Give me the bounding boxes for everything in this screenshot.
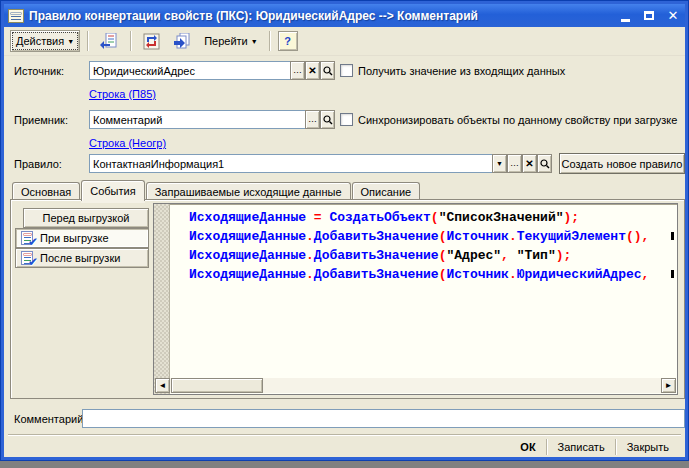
target-input[interactable] [89,110,306,129]
goto-ref-button[interactable] [168,30,196,52]
comment-input[interactable] [82,409,685,428]
window-title: Правило конвертации свойств (ПКС): Юриди… [29,9,612,23]
event-button-2[interactable]: ✔После выгрузки [15,248,149,268]
window-document-icon [8,9,24,23]
minimize-icon [621,19,630,22]
screen: Правило конвертации свойств (ПКС): Юриди… [0,0,689,468]
chevron-down-icon: ▼ [251,38,258,45]
target-open-button[interactable] [320,110,335,129]
rule-clear-button[interactable]: ✕ [522,154,537,173]
help-button[interactable]: ? [278,31,298,51]
event-button-0[interactable]: Перед выгрузкой [23,208,149,228]
target-choose-button[interactable]: … [305,110,320,129]
event-button-label: Перед выгрузкой [43,212,130,224]
tab-1[interactable]: События [81,180,144,201]
source-open-button[interactable] [320,61,335,80]
scroll-left-button[interactable]: ◄ [155,378,170,393]
goto-pages-icon [172,33,192,50]
source-clear-button[interactable]: ✕ [305,61,320,80]
target-label: Приемник: [14,114,68,126]
dialog-body: Действия ▼ [4,27,685,457]
tab-2[interactable]: Запрашиваемые исходящие данные [146,182,351,200]
tab-strip: ОсновнаяСобытияЗапрашиваемые исходящие д… [12,179,421,199]
event-button-1[interactable]: ✔При выгрузке [15,228,149,248]
chevron-down-icon: ▼ [67,38,74,45]
magnifier-icon [323,115,333,125]
line-continuation-mark [671,232,674,240]
rule-input[interactable] [89,154,493,173]
footer-separator [8,434,681,436]
dialog-window: Правило конвертации свойств (ПКС): Юриди… [0,0,689,461]
line-continuation-mark [671,270,674,278]
code-line-3: ИсходящиеДанные.ДобавитьЗначение(Источни… [171,265,675,284]
toolbar-separator [269,31,271,51]
comment-label: Комментарий: [14,413,86,425]
rule-dropdown-button[interactable]: ▼ [492,154,507,173]
tab-page-events: Перед выгрузкой✔При выгрузке✔После выгру… [10,199,685,399]
source-type-link[interactable]: Строка (П85) [89,88,156,100]
event-code-icon: ✔ [21,251,36,266]
footer-button-bar: ОКЗаписатьЗакрыть [510,438,679,456]
reread-button[interactable] [96,30,123,52]
source-choose-button[interactable]: … [290,61,305,80]
source-label: Источник: [14,65,64,77]
rule-label: Правило: [14,158,62,170]
actions-menu-button[interactable]: Действия ▼ [10,30,80,52]
code-text: ИсходящиеДанные = СоздатьОбъект("СписокЗ… [171,208,675,376]
rule-open-button[interactable] [537,154,552,173]
toolbar-separator [87,31,89,51]
code-line-1: ИсходящиеДанные.ДобавитьЗначение(Источни… [171,227,675,246]
chevron-down-icon: ▼ [496,160,503,167]
refresh-icon [143,33,160,50]
scrollbar-thumb[interactable] [171,378,263,393]
toolbar: Действия ▼ [4,27,685,56]
source-input[interactable] [89,61,291,80]
goto-menu-label: Перейти [204,35,248,47]
code-editor[interactable]: ИсходящиеДанные = СоздатьОбъект("СписокЗ… [153,203,678,395]
maximize-icon [644,11,654,20]
footer-button-записать[interactable]: Записать [548,441,615,453]
goto-menu-button[interactable]: Перейти ▼ [200,30,262,52]
actions-menu-label: Действия [16,35,64,47]
tab-3[interactable]: Описание [352,182,421,200]
event-button-label: При выгрузке [40,232,109,244]
refresh-button[interactable] [139,30,164,52]
scrollbar-track[interactable] [170,378,661,393]
sync-objects-checkbox[interactable] [340,113,353,126]
title-bar: Правило конвертации свойств (ПКС): Юриди… [4,4,685,27]
magnifier-icon [323,66,333,76]
code-line-2: ИсходящиеДанные.ДобавитьЗначение("Адрес"… [171,246,675,265]
editor-gutter [154,204,170,394]
scroll-right-button[interactable]: ► [661,378,676,393]
magnifier-icon [540,159,550,169]
footer-button-закрыть[interactable]: Закрыть [617,441,679,453]
horizontal-scrollbar[interactable]: ◄ ► [155,378,676,393]
event-button-label: После выгрузки [40,252,120,264]
maximize-button[interactable] [641,8,657,24]
footer-button-ок[interactable]: ОК [510,441,545,453]
minimize-button[interactable] [617,8,633,24]
close-button[interactable]: ✕ [665,8,681,24]
reread-icon [100,33,119,50]
create-rule-button[interactable]: Создать новое правило [559,153,685,174]
tab-0[interactable]: Основная [12,182,80,200]
get-value-checkbox[interactable] [340,64,353,77]
code-line-0: ИсходящиеДанные = СоздатьОбъект("СписокЗ… [171,208,675,227]
sync-objects-checkbox-label: Синхронизировать объекты по данному свой… [358,114,677,126]
event-code-icon: ✔ [21,231,36,246]
target-type-link[interactable]: Строка (Неогр) [89,137,166,149]
get-value-checkbox-label: Получить значение из входящих данных [358,65,565,77]
toolbar-separator [130,31,132,51]
rule-choose-button[interactable]: … [507,154,522,173]
